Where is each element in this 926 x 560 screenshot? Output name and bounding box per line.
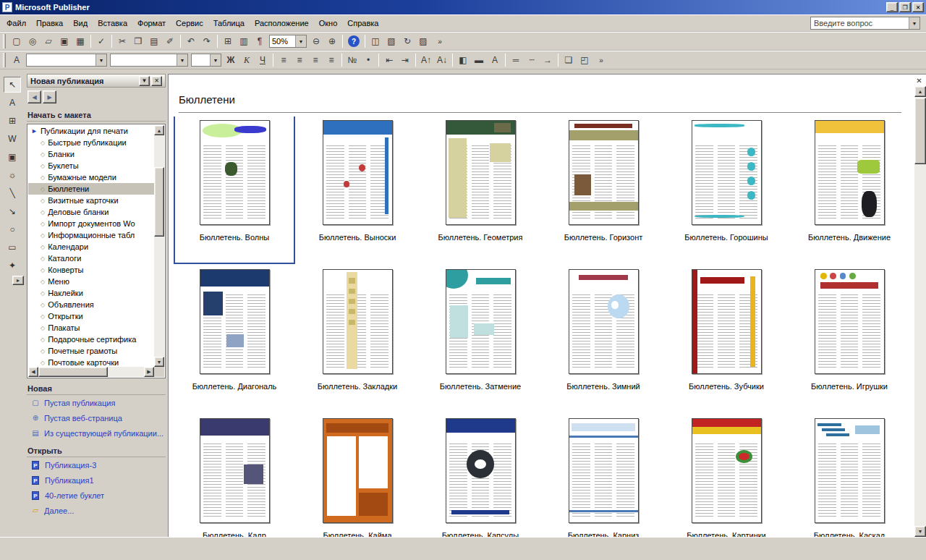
tree-item[interactable]: ◇Календари <box>28 241 154 253</box>
template-cell[interactable]: Бюллетень. Игрушки <box>790 266 909 412</box>
gallery-scrollbar[interactable]: ▲ ▼ <box>914 86 926 537</box>
menu-item[interactable]: Правка <box>31 16 68 30</box>
free-rotate-icon[interactable]: ↻ <box>399 34 415 48</box>
justify-icon[interactable]: ≡ <box>323 53 339 67</box>
menu-item[interactable]: Формат <box>132 16 171 30</box>
template-cell[interactable]: Бюллетень. Кайма <box>298 415 417 537</box>
tree-item[interactable]: ◇Конверты <box>28 264 154 276</box>
design-gallery-object-button[interactable]: ✦ <box>4 258 21 273</box>
help-icon[interactable]: ? <box>348 35 360 47</box>
template-cell[interactable]: Бюллетень. Карниз <box>544 415 663 537</box>
search-icon[interactable]: ◎ <box>25 34 41 48</box>
restore-button[interactable]: ❐ <box>899 2 911 12</box>
tree-item[interactable]: ◇Наклейки <box>28 287 154 299</box>
template-cell[interactable]: Бюллетень. Затмение <box>421 266 540 412</box>
zoom-out-icon[interactable]: ⊖ <box>308 34 324 48</box>
increase-font-icon[interactable]: A↑ <box>418 53 434 67</box>
tree-item[interactable]: ◇Подарочные сертифика <box>28 334 154 345</box>
taskpane-menu-button[interactable]: ▼ <box>139 76 150 86</box>
shadow-style-icon[interactable]: ❏ <box>561 53 577 67</box>
taskpane-link[interactable]: P40-летие буклет <box>27 488 166 503</box>
scroll-down-button[interactable]: ▼ <box>914 526 926 537</box>
scroll-up-button[interactable]: ▲ <box>154 125 164 135</box>
tree-item[interactable]: ◇Быстрые публикации <box>28 137 154 148</box>
font-size-combobox[interactable]: ▼ <box>191 54 221 67</box>
oval-button[interactable]: ○ <box>4 221 21 237</box>
line-button[interactable]: ╲ <box>4 185 21 201</box>
template-cell[interactable]: Бюллетень. Диагональ <box>175 266 294 412</box>
scroll-up-button[interactable]: ▲ <box>914 86 926 97</box>
template-cell[interactable]: Бюллетень. Зубчики <box>667 266 786 412</box>
template-cell[interactable]: Бюллетень. Картинки <box>667 415 786 537</box>
ask-question-box[interactable]: Введите вопрос ▼ <box>810 17 920 30</box>
align-left-icon[interactable]: ≡ <box>276 53 292 67</box>
bring-to-front-icon[interactable]: ▧ <box>383 34 399 48</box>
tree-vscrollbar[interactable]: ▲ ▼ <box>154 125 164 367</box>
taskpane-link[interactable]: PПубликация1 <box>27 472 166 488</box>
taskpane-link[interactable]: PПубликация-3 <box>27 457 166 472</box>
font-color-icon[interactable]: А <box>487 53 503 67</box>
menu-item[interactable]: Файл <box>1 16 31 30</box>
toolbar-more-button[interactable]: ▸ <box>12 276 24 285</box>
undo-icon[interactable]: ↶ <box>183 34 199 48</box>
zoom-in-icon[interactable]: ⊕ <box>324 34 340 48</box>
save-icon[interactable]: ▣ <box>56 34 72 48</box>
menu-item[interactable]: Таблица <box>208 16 250 30</box>
forward-button[interactable]: ▶ <box>43 90 56 103</box>
chevron-down-icon[interactable]: ▼ <box>177 54 187 66</box>
bold-icon[interactable]: Ж <box>223 53 239 67</box>
align-right-icon[interactable]: ≡ <box>307 53 323 67</box>
rectangle-button[interactable]: ▭ <box>4 239 21 255</box>
drawing-icon[interactable]: ▨ <box>415 34 431 48</box>
menu-item[interactable]: Сервис <box>171 16 208 30</box>
fill-color-icon[interactable]: ◧ <box>455 53 471 67</box>
toolbar-grip[interactable] <box>3 53 6 67</box>
template-cell[interactable]: Бюллетень. Горошины <box>667 116 786 263</box>
select-objects-button[interactable]: ↖ <box>4 77 21 93</box>
copy-icon[interactable]: ❐ <box>130 34 146 48</box>
template-cell[interactable]: Бюллетень. Кадр <box>175 415 294 537</box>
scroll-right-button[interactable]: ▶ <box>144 367 154 377</box>
zoom-combobox[interactable]: 50% ▼ <box>269 35 307 48</box>
tree-item[interactable]: ◇Визитные карточки <box>28 195 154 206</box>
template-cell[interactable]: Бюллетень. Геометрия <box>421 116 540 263</box>
tree-item[interactable]: ◇Бюллетени <box>28 183 154 195</box>
increase-indent-icon[interactable]: ⇥ <box>397 53 413 67</box>
taskpane-link[interactable]: ▢Пустая публикация <box>27 395 166 410</box>
insert-wordart-button[interactable]: W <box>4 131 21 147</box>
close-button[interactable]: ✕ <box>912 2 924 12</box>
menu-item[interactable]: Вставка <box>93 16 132 30</box>
format-painter-icon[interactable]: ✐ <box>162 34 178 48</box>
template-cell[interactable]: Бюллетень. Каскад <box>790 415 909 537</box>
insert-table-icon[interactable]: ⊞ <box>220 34 236 48</box>
arrow-button[interactable]: ↘ <box>4 203 21 219</box>
back-button[interactable]: ◀ <box>27 90 41 103</box>
template-cell[interactable]: Бюллетень. Закладки <box>298 266 417 412</box>
underline-icon[interactable]: Ч <box>255 53 271 67</box>
chevron-down-icon[interactable]: ▼ <box>210 54 221 66</box>
redo-icon[interactable]: ↷ <box>199 34 215 48</box>
template-cell[interactable]: Бюллетень. Зимний <box>544 266 663 412</box>
dash-style-icon[interactable]: ┄ <box>524 53 540 67</box>
toolbar-options-button[interactable]: » <box>595 53 607 67</box>
chevron-down-icon[interactable]: ▼ <box>295 35 306 47</box>
bullets-icon[interactable]: • <box>360 53 376 67</box>
decrease-font-icon[interactable]: A↓ <box>434 53 450 67</box>
tree-hscroll-thumb[interactable] <box>38 367 108 377</box>
decrease-indent-icon[interactable]: ⇤ <box>381 53 397 67</box>
special-characters-icon[interactable]: ¶ <box>252 34 268 48</box>
template-cell[interactable]: Бюллетень. Горизонт <box>544 116 663 263</box>
text-box-button[interactable]: A <box>4 95 21 111</box>
line-style-icon[interactable]: ═ <box>508 53 524 67</box>
chevron-down-icon[interactable]: ▼ <box>909 17 919 29</box>
template-cell[interactable]: Бюллетень. Капсулы <box>421 415 540 537</box>
menu-item[interactable]: Расположение <box>250 16 314 30</box>
picture-frame-button[interactable]: ▣ <box>4 149 21 165</box>
scroll-down-button[interactable]: ▼ <box>154 357 164 367</box>
scroll-left-button[interactable]: ◀ <box>28 367 38 377</box>
columns-icon[interactable]: ▥ <box>236 34 252 48</box>
tree-item[interactable]: ◇Деловые бланки <box>28 206 154 218</box>
taskpane-link[interactable]: ▱Далее... <box>27 503 166 518</box>
tree-item[interactable]: ◇Буклеты <box>28 160 154 171</box>
taskpane-close-button[interactable]: ✕ <box>151 76 162 86</box>
